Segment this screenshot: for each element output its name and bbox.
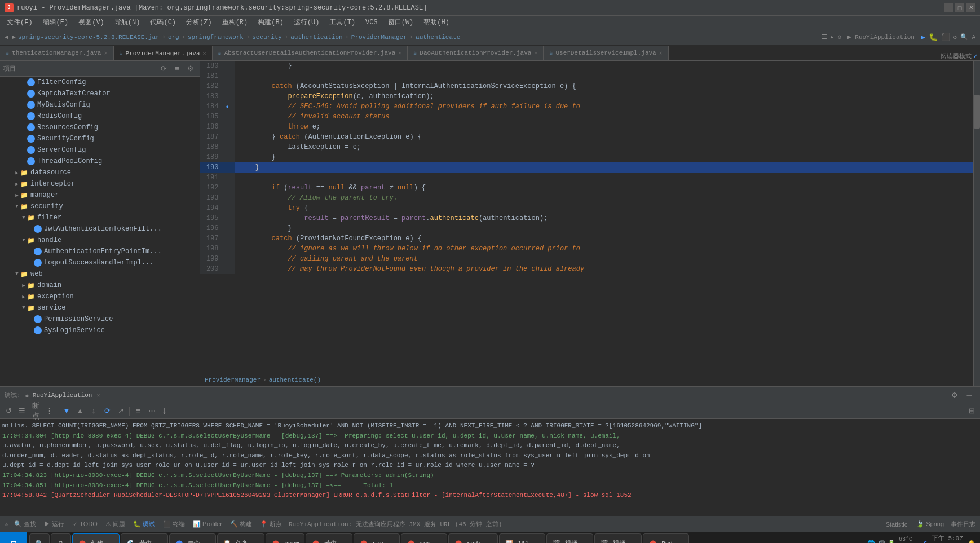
tab-close-provider[interactable]: ✕ xyxy=(203,50,206,57)
minimize-button[interactable]: ─ xyxy=(944,3,953,12)
nav-jar[interactable]: spring-security-core-5.2.8.RELEASE.jar xyxy=(18,34,160,41)
tree-item-domain[interactable]: ▶ 📁 domain xyxy=(0,280,200,291)
tab-dao-provider[interactable]: ☕ DaoAuthenticationProvider.java ✕ xyxy=(408,46,544,60)
menu-file[interactable]: 文件(F) xyxy=(2,16,37,28)
breadcrumb-authenticate[interactable]: authenticate() xyxy=(269,377,321,383)
tree-item-permission[interactable]: PermissionService xyxy=(0,314,200,325)
sidebar-btn-collapse[interactable]: ≡ xyxy=(171,63,183,74)
tree-item-mybatis[interactable]: MyBatisConfig xyxy=(0,99,200,111)
taskbar-item-search[interactable]: 🔍 xyxy=(29,533,50,544)
tree-item-handle[interactable]: ▼ 📁 handle xyxy=(0,235,200,246)
taskbar-item-ruo1[interactable]: ⬤ ruo... xyxy=(354,533,400,544)
debug-output[interactable]: millis. SELECT COUNT(TRIGGER_NAME) FROM … xyxy=(0,419,980,516)
nav-org[interactable]: org xyxy=(168,34,179,41)
debug-breakpoints-btn[interactable]: 断点 xyxy=(29,405,42,417)
restore-button[interactable]: □ xyxy=(955,3,964,12)
menu-code[interactable]: 代码(C) xyxy=(145,16,180,28)
network-icon[interactable]: 🌐 xyxy=(867,540,875,543)
tab-close-dao[interactable]: ✕ xyxy=(534,50,537,56)
tab-close-auth[interactable]: ✕ xyxy=(104,50,107,56)
taskbar-item-ruo2[interactable]: ⬤ ruo... xyxy=(401,533,447,544)
nav-authentication[interactable]: authentication xyxy=(290,34,342,41)
sidebar-btn-gear[interactable]: ⚙ xyxy=(185,63,196,74)
status-statistic-btn[interactable]: Statistic xyxy=(884,521,910,528)
debug-tab[interactable]: ☕ RuoYiApplication xyxy=(25,391,92,399)
window-controls[interactable]: ─ □ ✕ xyxy=(944,3,975,12)
taskbar-item-taskview[interactable]: ⧉ xyxy=(51,533,71,544)
nav-provider-manager[interactable]: ProviderManager xyxy=(351,34,407,41)
panel-settings-btn[interactable]: ⚙ xyxy=(948,389,961,401)
tree-item-auth-entry[interactable]: AuthenticationEntryPointIm... xyxy=(0,246,200,257)
tree-item-security-config[interactable]: SecurityConfig xyxy=(0,133,200,144)
code-content[interactable]: 180 } 181 182 catch (AccountStatusEx xyxy=(200,61,973,373)
nav-springframework[interactable]: springframework xyxy=(188,34,244,41)
tree-item-exception[interactable]: ▶ 📁 exception xyxy=(0,291,200,302)
menu-nav[interactable]: 导航(N) xyxy=(110,16,145,28)
tree-item-datasource[interactable]: ▶ 📁 datasource xyxy=(0,167,200,178)
debug-restart-btn[interactable]: ↺ xyxy=(2,405,15,417)
notification-btn[interactable]: 🔔 xyxy=(968,540,975,543)
battery-icon[interactable]: 🔋 xyxy=(888,540,895,543)
debug-tab-close[interactable]: ✕ xyxy=(96,392,100,399)
status-todo-btn[interactable]: ☑ TODO xyxy=(70,520,99,528)
tree-item-resources[interactable]: ResourcesConfig xyxy=(0,122,200,133)
tree-item-logout[interactable]: LogoutSuccessHandlerImpl... xyxy=(0,257,200,268)
tree-item-service[interactable]: ▼ 📁 service xyxy=(0,302,200,314)
menu-analyze[interactable]: 分析(Z) xyxy=(182,16,217,28)
nav-security[interactable]: security xyxy=(252,34,282,41)
debug-more-btn[interactable]: ⋮ xyxy=(43,405,55,417)
tree-item-redis[interactable]: RedisConfig xyxy=(0,111,200,122)
menu-refactor[interactable]: 重构(R) xyxy=(218,16,253,28)
taskbar-clock[interactable]: 下午 5:07 2021/1/13 xyxy=(931,535,964,543)
tree-item-manager[interactable]: ▶ 📁 manager xyxy=(0,189,200,201)
tree-item-threadpool[interactable]: ThreadPoolConfig xyxy=(0,156,200,167)
tree-item-interceptor[interactable]: ▶ 📁 interceptor xyxy=(0,178,200,189)
nav-authenticate[interactable]: authenticate xyxy=(416,34,460,41)
menu-view[interactable]: 视图(V) xyxy=(74,16,109,28)
menu-run[interactable]: 运行(U) xyxy=(289,16,324,28)
taskbar-item-ruoyi1[interactable]: ⬤ 若依... xyxy=(306,533,353,544)
sidebar-btn-sync[interactable]: ⟳ xyxy=(158,63,169,74)
status-find-btn[interactable]: 🔍 查找 xyxy=(12,520,38,528)
menu-window[interactable]: 窗口(W) xyxy=(383,16,418,28)
menu-edit[interactable]: 编辑(E) xyxy=(38,16,73,28)
tree-item-security[interactable]: ▼ 📁 security xyxy=(0,201,200,212)
debug-console-btn[interactable]: ☰ xyxy=(16,405,28,417)
taskbar-item-task[interactable]: 📋 任务... xyxy=(217,533,264,544)
debug-more2-btn[interactable]: ⋯ xyxy=(145,405,158,417)
panel-collapse-btn[interactable]: ─ xyxy=(963,389,975,401)
tree-item-filter-config[interactable]: FilterConfig xyxy=(0,77,200,88)
status-run-btn[interactable]: ▶ 运行 xyxy=(42,520,67,528)
breadcrumb-provider-manager[interactable]: ProviderManager xyxy=(205,377,261,383)
status-spring-btn[interactable]: 🍃 Spring xyxy=(914,520,946,528)
taskbar-item-red[interactable]: ⬤ Red... xyxy=(643,533,689,544)
status-breakpoints-btn[interactable]: 📍 断点 xyxy=(258,520,284,528)
debug-layout-btn[interactable]: ≡ xyxy=(132,405,144,417)
tree-item-web[interactable]: ▼ 📁 web xyxy=(0,268,200,280)
taskbar-item-vid2[interactable]: 🎬 视频... xyxy=(594,533,642,544)
volume-icon[interactable]: 🔊 xyxy=(877,540,885,543)
close-button[interactable]: ✕ xyxy=(966,3,975,12)
debug-step-out-btn[interactable]: ↕ xyxy=(87,405,100,417)
tab-user-details[interactable]: ☕ UserDetailsServiceImpl.java ✕ xyxy=(544,46,668,60)
tab-provider-manager[interactable]: ☕ ProviderManager.java ✕ xyxy=(114,46,213,60)
taskbar-item-redis[interactable]: ⬤ redi... xyxy=(448,533,498,544)
taskbar-item-chrome[interactable]: ⬤ 未命... xyxy=(169,533,217,544)
menu-vcs[interactable]: VCS xyxy=(361,17,382,28)
menu-tools[interactable]: 工具(T) xyxy=(325,16,360,28)
debug-step-over-btn[interactable]: ▼ xyxy=(60,405,73,417)
tree-item-kaptcha[interactable]: KaptchaTextCreator xyxy=(0,88,200,99)
debug-run-cursor-btn[interactable]: ↗ xyxy=(114,405,127,417)
panel-expand-btn[interactable]: ⊞ xyxy=(965,405,978,417)
taskbar-item-161[interactable]: 🪟 161... xyxy=(499,533,545,544)
tab-auth-manager[interactable]: ☕ thenticationManager.java ✕ xyxy=(0,46,114,60)
status-build-btn[interactable]: 🔨 构建 xyxy=(228,520,254,528)
status-profiler-btn[interactable]: 📊 Profiler xyxy=(191,520,224,528)
debug-step-into-btn[interactable]: ▲ xyxy=(74,405,86,417)
tree-item-filter[interactable]: ▼ 📁 filter xyxy=(0,212,200,223)
debug-resume-btn[interactable]: ⟳ xyxy=(101,405,113,417)
status-event-log[interactable]: 事件日志 xyxy=(951,520,975,528)
status-problems-btn[interactable]: ⚠ 问题 xyxy=(103,520,127,528)
tab-abstract-provider[interactable]: ☕ AbstractUserDetailsAuthenticationProvi… xyxy=(213,46,408,60)
taskbar-item-vid1[interactable]: 🎬 视频... xyxy=(546,533,594,544)
